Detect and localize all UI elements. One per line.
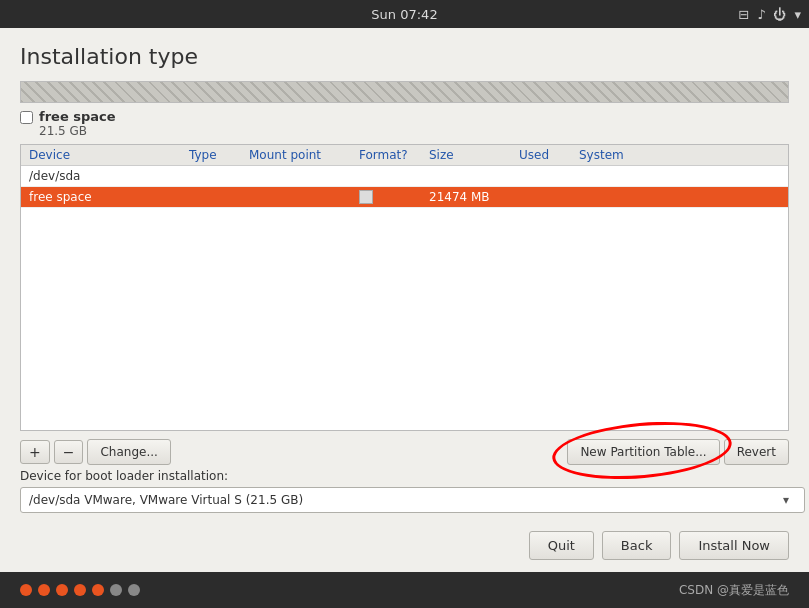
revert-button[interactable]: Revert <box>724 439 789 465</box>
back-button[interactable]: Back <box>602 531 672 560</box>
topbar-time: Sun 07:42 <box>371 7 437 22</box>
partition-bar <box>20 81 789 103</box>
col-size: Size <box>429 148 519 162</box>
new-partition-table-container: New Partition Table... <box>567 439 719 465</box>
col-used: Used <box>519 148 579 162</box>
bootloader-select[interactable]: /dev/sda VMware, VMware Virtual S (21.5 … <box>20 487 805 513</box>
quit-button[interactable]: Quit <box>529 531 594 560</box>
remove-partition-button[interactable]: − <box>54 440 84 464</box>
col-type: Type <box>189 148 249 162</box>
volume-icon[interactable]: ♪ <box>757 7 765 22</box>
row-freespace-label: free space <box>29 190 189 204</box>
row-device: /dev/sda <box>29 169 189 183</box>
dot-1[interactable] <box>20 584 32 596</box>
table-row[interactable]: /dev/sda <box>21 166 788 187</box>
topbar-icons: ⊟ ♪ ⏻ ▾ <box>738 7 801 22</box>
new-partition-table-button[interactable]: New Partition Table... <box>567 439 719 465</box>
add-partition-button[interactable]: + <box>20 440 50 464</box>
col-system: System <box>579 148 780 162</box>
page-title: Installation type <box>20 44 198 69</box>
taskbar-brand: CSDN @真爱是蓝色 <box>679 582 789 599</box>
table-body: /dev/sda free space 21474 MB <box>21 166 788 430</box>
table-row[interactable]: free space 21474 MB <box>21 187 788 208</box>
taskbar-dots <box>20 584 140 596</box>
dot-7[interactable] <box>128 584 140 596</box>
col-device: Device <box>29 148 189 162</box>
col-format: Format? <box>359 148 429 162</box>
dot-4[interactable] <box>74 584 86 596</box>
taskbar: CSDN @真爱是蓝色 <box>0 572 809 608</box>
col-mount: Mount point <box>249 148 359 162</box>
bootloader-select-row: /dev/sda VMware, VMware Virtual S (21.5 … <box>20 487 789 513</box>
window-title-bar: Installation type <box>0 28 809 77</box>
freespace-checkbox-row: free space 21.5 GB <box>20 107 789 140</box>
partition-table: Device Type Mount point Format? Size Use… <box>20 144 789 431</box>
bootloader-label: Device for boot loader installation: <box>20 469 789 483</box>
table-actions: + − Change... New Partition Table... Rev… <box>20 431 789 469</box>
dot-2[interactable] <box>38 584 50 596</box>
power-icon[interactable]: ⏻ <box>773 7 786 22</box>
dot-5[interactable] <box>92 584 104 596</box>
freespace-label: free space <box>39 109 116 124</box>
network-icon[interactable]: ⊟ <box>738 7 749 22</box>
freespace-checkbox[interactable] <box>20 111 33 124</box>
partition-bar-fill <box>21 82 788 102</box>
menu-arrow-icon[interactable]: ▾ <box>794 7 801 22</box>
install-now-button[interactable]: Install Now <box>679 531 789 560</box>
topbar: Sun 07:42 ⊟ ♪ ⏻ ▾ <box>0 0 809 28</box>
dot-3[interactable] <box>56 584 68 596</box>
freespace-size: 21.5 GB <box>39 124 116 138</box>
format-checkbox-indicator <box>359 190 373 204</box>
row-size: 21474 MB <box>429 190 519 204</box>
main-window: Installation type free space 21.5 GB Dev… <box>0 28 809 572</box>
content-area: free space 21.5 GB Device Type Mount poi… <box>0 77 809 521</box>
change-button[interactable]: Change... <box>87 439 170 465</box>
dot-6[interactable] <box>110 584 122 596</box>
bottom-actions: Quit Back Install Now <box>0 521 809 572</box>
table-header: Device Type Mount point Format? Size Use… <box>21 145 788 166</box>
